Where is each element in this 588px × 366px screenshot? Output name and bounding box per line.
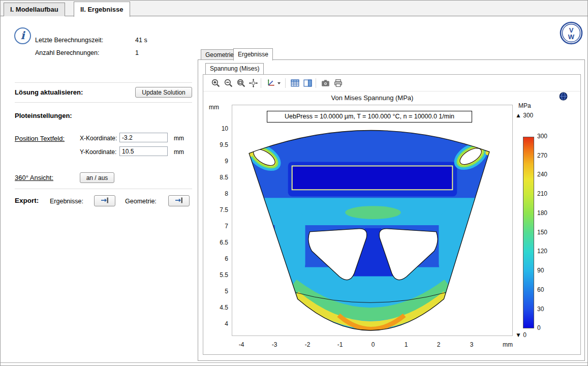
tab-ergebnisse-plot[interactable]: Ergebnisse bbox=[233, 48, 273, 60]
y-axis-unit: mm bbox=[209, 104, 219, 111]
y-tick-label: 9 bbox=[211, 158, 228, 165]
export-geometry-button[interactable] bbox=[168, 195, 190, 206]
colorbar-unit: MPa bbox=[518, 102, 531, 109]
y-tick-label: 4.5 bbox=[211, 304, 228, 311]
colorbar bbox=[523, 137, 534, 328]
svg-text:W: W bbox=[568, 33, 575, 41]
toolbar-separator bbox=[261, 78, 261, 88]
globe-icon[interactable] bbox=[559, 92, 568, 103]
view-360-label: 360° Ansicht: bbox=[15, 174, 53, 181]
separator bbox=[15, 82, 192, 83]
y-tick-label: 9.5 bbox=[211, 141, 228, 148]
zoom-out-icon[interactable] bbox=[223, 77, 234, 89]
tab-modellaufbau[interactable]: I. Modellaufbau bbox=[4, 3, 65, 16]
x-coordinate-input[interactable] bbox=[119, 133, 168, 142]
colorbar-tick: 210 bbox=[537, 190, 547, 197]
plot-title: Von Mises Spannung (MPa) bbox=[232, 94, 513, 102]
x-tick-label: 2 bbox=[430, 341, 447, 348]
textfield-position-label: Position Textfeld: bbox=[15, 135, 65, 142]
colorbar-max-marker: ▲ 300 bbox=[515, 112, 533, 119]
y-tick-label: 6 bbox=[211, 255, 228, 262]
export-results-label: Ergebnisse: bbox=[50, 198, 83, 205]
update-solution-label: Lösung aktualisieren: bbox=[15, 88, 83, 96]
fem-surface-plot bbox=[232, 105, 512, 336]
tab-spannung-mises[interactable]: Spannung (Mises) bbox=[205, 63, 264, 74]
x-tick-label: -3 bbox=[266, 341, 283, 348]
app-window: I. Modellaufbau II. Ergebnisse Letzte Be… bbox=[0, 0, 588, 366]
colorbar-tick: 300 bbox=[537, 133, 547, 140]
tab-geometrie[interactable]: Geometrie bbox=[201, 49, 238, 60]
window-bottom-border bbox=[1, 362, 587, 363]
view-360-toggle-button[interactable]: an / aus bbox=[80, 172, 114, 183]
x-tick-label: 1 bbox=[397, 341, 415, 348]
separator bbox=[15, 102, 192, 103]
colorbar-tick: 30 bbox=[537, 306, 544, 313]
colorbar-tick: 120 bbox=[537, 248, 547, 255]
x-tick-label: 0 bbox=[364, 341, 382, 348]
x-tick-label: -1 bbox=[331, 341, 349, 348]
y-coordinate-unit: mm bbox=[174, 148, 184, 156]
export-heading: Export: bbox=[15, 197, 39, 204]
export-geometry-label: Geometrie: bbox=[125, 198, 157, 205]
x-tick-label: 3 bbox=[463, 341, 480, 348]
x-axis-unit: mm bbox=[503, 341, 513, 348]
export-icon bbox=[100, 197, 109, 205]
plot-settings-heading: Ploteinstellungen: bbox=[15, 112, 72, 119]
plot-annotation: UebPress = 10.0000 µm, T = 100.000 °C, n… bbox=[267, 111, 472, 123]
colorbar-tick: 90 bbox=[537, 267, 544, 274]
plot-canvas[interactable] bbox=[232, 105, 513, 336]
y-tick-label: 7.5 bbox=[211, 206, 228, 214]
export-icon bbox=[174, 197, 183, 205]
x-coordinate-unit: mm bbox=[174, 135, 184, 142]
view-orientation-dropdown-icon[interactable] bbox=[276, 77, 282, 89]
toolbar-separator bbox=[316, 78, 316, 88]
zoom-in-icon[interactable] bbox=[210, 77, 222, 89]
print-icon[interactable] bbox=[332, 77, 344, 89]
info-icon bbox=[14, 27, 31, 44]
x-coordinate-label: X-Koordinate: bbox=[80, 135, 117, 142]
colorbar-min-marker: ▼ 0 bbox=[515, 331, 527, 339]
zoom-extents-icon[interactable] bbox=[247, 77, 259, 89]
zoom-box-icon[interactable] bbox=[235, 77, 247, 89]
toolbar-divider bbox=[203, 91, 580, 92]
last-computation-value: 41 s bbox=[135, 37, 147, 44]
y-tick-label: 8.5 bbox=[211, 174, 228, 181]
y-tick-label: 8 bbox=[211, 190, 228, 197]
camera-icon[interactable] bbox=[320, 77, 331, 89]
view-orientation-icon[interactable] bbox=[265, 77, 276, 89]
computation-count-label: Anzahl Berechnungen: bbox=[35, 49, 99, 56]
vw-logo: V W bbox=[560, 21, 583, 47]
computation-count-value: 1 bbox=[135, 49, 139, 56]
y-tick-label: 5.5 bbox=[211, 271, 228, 279]
export-results-button[interactable] bbox=[94, 195, 115, 206]
y-coordinate-input[interactable] bbox=[119, 146, 168, 156]
toolbar-separator bbox=[285, 78, 286, 88]
y-tick-label: 7 bbox=[211, 223, 228, 230]
main-tabbar: I. Modellaufbau II. Ergebnisse bbox=[1, 1, 587, 16]
x-tick-label: -2 bbox=[299, 341, 316, 348]
y-tick-label: 10 bbox=[211, 125, 228, 132]
y-tick-label: 4 bbox=[211, 320, 228, 327]
colorbar-tick: 60 bbox=[537, 286, 544, 293]
separator bbox=[15, 189, 192, 189]
colorbar-tick: 270 bbox=[537, 152, 547, 159]
y-tick-label: 6.5 bbox=[211, 239, 228, 246]
colorbar-tick: 150 bbox=[537, 229, 547, 236]
update-solution-button[interactable]: Update Solution bbox=[135, 87, 192, 98]
colorbar-tick: 240 bbox=[537, 171, 547, 178]
x-tick-label: -4 bbox=[233, 341, 250, 348]
table-icon[interactable] bbox=[289, 77, 301, 89]
tab-ergebnisse[interactable]: II. Ergebnisse bbox=[74, 2, 130, 17]
colorbar-tick: 180 bbox=[537, 209, 547, 217]
y-tick-label: 5 bbox=[211, 288, 228, 295]
split-view-icon[interactable] bbox=[302, 77, 314, 89]
colorbar-tick: 0 bbox=[537, 324, 541, 331]
y-coordinate-label: Y-Koordinate: bbox=[80, 148, 116, 156]
last-computation-label: Letzte Berechnungszeit: bbox=[35, 37, 103, 44]
